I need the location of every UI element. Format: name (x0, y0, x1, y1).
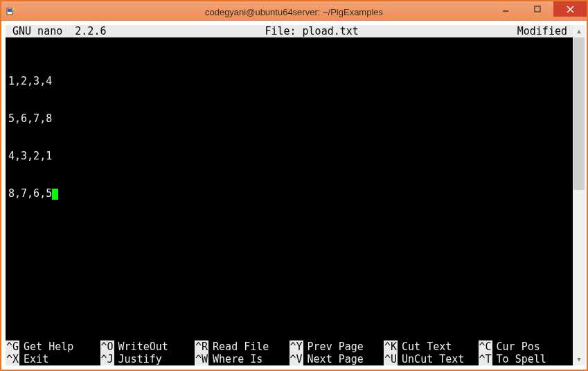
shortcut-label: Get Help (19, 340, 73, 353)
shortcut-read-file: ^RRead File (195, 340, 289, 353)
shortcut-key: ^G (6, 340, 19, 353)
nano-file-label: File: pload.txt (106, 25, 517, 37)
shortcut-cut-text: ^KCut Text (384, 340, 479, 353)
vertical-scrollbar[interactable]: ▲ ▼ (573, 25, 585, 365)
scroll-up-arrow-icon[interactable]: ▲ (573, 25, 585, 37)
close-button[interactable] (553, 1, 587, 17)
editor-text: 8,7,6,5 (8, 187, 52, 200)
terminal-container: GNU nano 2.2.6 File: pload.txt Modified … (1, 21, 587, 370)
shortcut-label: To Spell (492, 353, 546, 365)
shortcut-where-is: ^WWhere Is (195, 353, 289, 365)
text-cursor (52, 189, 58, 200)
minimize-button[interactable] (490, 1, 522, 17)
svg-line-2 (12, 8, 15, 10)
shortcut-label: Cur Pos (492, 340, 540, 353)
shortcut-key: ^R (195, 340, 208, 353)
shortcut-label: Exit (19, 353, 48, 365)
svg-rect-1 (8, 9, 12, 12)
shortcut-get-help: ^GGet Help (6, 340, 100, 353)
nano-status: Modified (517, 25, 573, 37)
editor-area[interactable]: 1,2,3,4 5,6,7,8 4,3,2,1 8,7,6,5 (6, 37, 573, 225)
shortcut-bar: ^GGet Help ^OWriteOut ^RRead File ^YPrev… (6, 340, 573, 365)
shortcut-label: UnCut Text (398, 353, 464, 365)
shortcut-label: Prev Page (303, 340, 364, 353)
shortcut-label: Cut Text (398, 340, 452, 353)
scroll-thumb[interactable] (573, 37, 585, 190)
nano-version: GNU nano 2.2.6 (6, 25, 106, 37)
shortcut-key: ^J (100, 353, 114, 365)
nano-header: GNU nano 2.2.6 File: pload.txt Modified (6, 25, 573, 37)
shortcut-label: WriteOut (114, 340, 168, 353)
window-controls (490, 1, 587, 17)
shortcut-label: Read File (208, 340, 269, 353)
editor-line: 4,3,2,1 (8, 150, 570, 162)
scroll-down-arrow-icon[interactable]: ▼ (573, 353, 585, 365)
shortcut-key: ^O (100, 340, 114, 353)
svg-rect-4 (535, 6, 540, 12)
shortcut-key: ^Y (289, 340, 303, 353)
putty-icon (6, 6, 17, 17)
shortcut-justify: ^JJustify (100, 353, 195, 365)
shortcut-label: Next Page (303, 353, 364, 365)
shortcut-key: ^C (479, 340, 492, 353)
shortcut-label: Where Is (208, 353, 262, 365)
shortcut-key: ^W (195, 353, 208, 365)
maximize-button[interactable] (522, 1, 553, 17)
shortcut-prev-page: ^YPrev Page (289, 340, 384, 353)
shortcut-cur-pos: ^CCur Pos (479, 340, 573, 353)
shortcut-key: ^T (479, 353, 492, 365)
shortcut-key: ^U (384, 353, 398, 365)
window-titlebar: codegyani@ubuntu64server: ~/PigExamples (1, 1, 587, 22)
editor-line: 8,7,6,5 (8, 187, 570, 200)
shortcut-next-page: ^VNext Page (289, 353, 384, 365)
shortcut-key: ^X (6, 353, 19, 365)
editor-line: 5,6,7,8 (8, 112, 570, 125)
shortcut-uncut-text: ^UUnCut Text (384, 353, 479, 365)
shortcut-writeout: ^OWriteOut (100, 340, 195, 353)
terminal[interactable]: GNU nano 2.2.6 File: pload.txt Modified … (6, 25, 573, 365)
shortcut-label: Justify (114, 353, 162, 365)
shortcut-row: ^XExit ^JJustify ^WWhere Is ^VNext Page … (6, 353, 573, 365)
shortcut-row: ^GGet Help ^OWriteOut ^RRead File ^YPrev… (6, 340, 573, 353)
shortcut-key: ^V (289, 353, 303, 365)
shortcut-exit: ^XExit (6, 353, 100, 365)
shortcut-to-spell: ^TTo Spell (479, 353, 573, 365)
shortcut-key: ^K (384, 340, 398, 353)
editor-line: 1,2,3,4 (8, 75, 570, 87)
